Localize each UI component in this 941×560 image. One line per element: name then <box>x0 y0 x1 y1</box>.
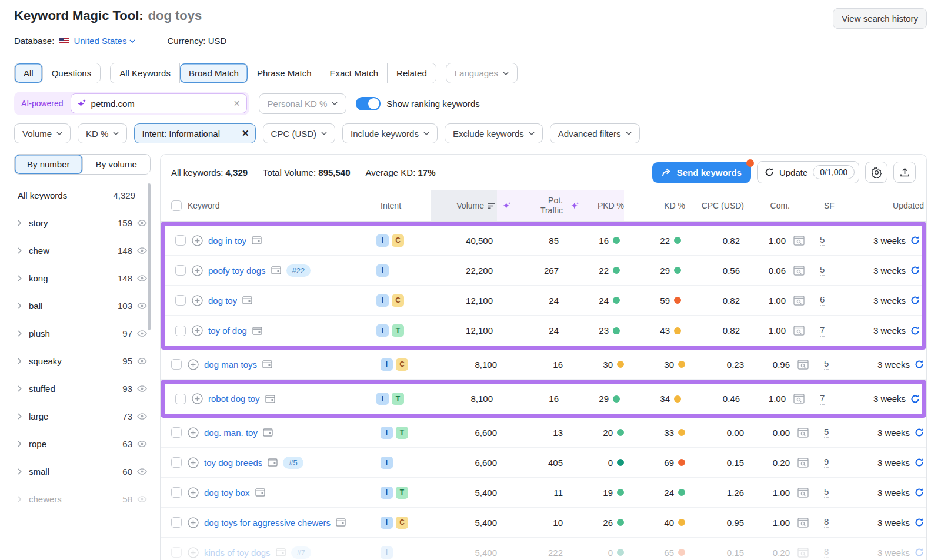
eye-icon[interactable] <box>137 220 147 226</box>
keyword-overview-icon[interactable] <box>255 488 265 497</box>
column-pkd[interactable]: PKD % <box>563 190 624 221</box>
column-sf[interactable]: SF <box>824 190 851 221</box>
keyword-link[interactable]: dog toys for aggressive chewers <box>204 518 331 528</box>
tab-phrase-match[interactable]: Phrase Match <box>248 63 321 83</box>
serp-preview-icon[interactable] <box>793 296 805 306</box>
eye-icon[interactable] <box>137 468 147 475</box>
tab-all-keywords[interactable]: All Keywords <box>111 63 180 83</box>
all-keywords-group[interactable]: All keywords 4,329 <box>14 182 151 209</box>
sf-count-link[interactable]: 5 <box>824 427 829 438</box>
sf-count-link[interactable]: 7 <box>820 325 825 337</box>
sf-count-link[interactable]: 5 <box>820 234 825 246</box>
keyword-link[interactable]: dog man toys <box>204 360 257 370</box>
sf-count-link[interactable]: 9 <box>824 457 829 468</box>
keyword-overview-icon[interactable] <box>242 296 252 304</box>
sf-count-link[interactable]: 6 <box>820 294 825 306</box>
sidebar-tab-by-number[interactable]: By number <box>15 155 83 174</box>
sidebar-group-rope[interactable]: rope63 <box>14 430 151 458</box>
filter-include-keywords[interactable]: Include keywords <box>342 123 438 143</box>
refresh-metrics-icon[interactable] <box>915 548 924 557</box>
eye-icon[interactable] <box>137 358 147 364</box>
sidebar-group-ball[interactable]: ball103 <box>14 292 151 320</box>
sidebar-group-chew[interactable]: chew148 <box>14 237 151 264</box>
sidebar-group-stuffed[interactable]: stuffed93 <box>14 375 151 403</box>
add-keyword-icon[interactable] <box>188 517 199 528</box>
add-keyword-icon[interactable] <box>188 487 199 498</box>
sidebar-group-plush[interactable]: plush97 <box>14 320 151 347</box>
serp-preview-icon[interactable] <box>793 236 805 246</box>
eye-icon[interactable] <box>137 441 147 447</box>
keyword-overview-icon[interactable] <box>265 395 275 403</box>
add-keyword-icon[interactable] <box>188 547 199 558</box>
keyword-link[interactable]: poofy toy dogs <box>208 266 266 276</box>
row-checkbox[interactable] <box>171 547 182 558</box>
add-keyword-icon[interactable] <box>192 393 203 404</box>
add-keyword-icon[interactable] <box>192 235 203 246</box>
keyword-link[interactable]: kinds of toy dogs <box>204 548 271 558</box>
tab-related[interactable]: Related <box>388 63 436 83</box>
export-button[interactable] <box>893 162 916 183</box>
sidebar-group-small[interactable]: small60 <box>14 458 151 485</box>
keyword-link[interactable]: dog toy box <box>204 488 250 498</box>
refresh-metrics-icon[interactable] <box>910 296 920 305</box>
serp-preview-icon[interactable] <box>797 518 809 528</box>
add-keyword-icon[interactable] <box>192 265 203 276</box>
column-intent[interactable]: Intent <box>381 190 431 221</box>
sidebar-group-large[interactable]: large73 <box>14 403 151 430</box>
personal-kd-dropdown[interactable]: Personal KD % <box>259 93 347 114</box>
filter-kd[interactable]: KD % <box>78 123 127 143</box>
serp-preview-icon[interactable] <box>793 266 805 276</box>
serp-preview-icon[interactable] <box>797 458 809 468</box>
show-ranking-keywords-toggle[interactable] <box>356 97 381 110</box>
refresh-metrics-icon[interactable] <box>910 326 920 336</box>
tab-broad-match[interactable]: Broad Match <box>180 63 248 83</box>
filter-volume[interactable]: Volume <box>14 123 71 143</box>
keyword-link[interactable]: robot dog toy <box>208 394 260 404</box>
sidebar-scrollbar-thumb[interactable] <box>148 183 151 330</box>
refresh-metrics-icon[interactable] <box>915 428 924 437</box>
column-pot-traffic[interactable]: Pot. Traffic <box>497 190 563 221</box>
column-updated[interactable]: Updated <box>851 190 926 221</box>
sidebar-group-story[interactable]: story159 <box>14 209 151 237</box>
keyword-link[interactable]: toy of dog <box>208 326 247 336</box>
keyword-link[interactable]: dog. man. toy <box>204 428 258 438</box>
row-checkbox[interactable] <box>171 457 182 468</box>
remove-filter-icon[interactable]: ✕ <box>236 128 255 139</box>
serp-preview-icon[interactable] <box>797 360 809 370</box>
row-checkbox[interactable] <box>171 487 182 498</box>
keyword-link[interactable]: toy dog breeds <box>204 458 262 468</box>
domain-input[interactable]: petmd.com ✕ <box>71 93 247 113</box>
refresh-metrics-icon[interactable] <box>915 518 924 527</box>
row-checkbox[interactable] <box>175 295 186 306</box>
refresh-metrics-icon[interactable] <box>910 266 920 275</box>
column-com[interactable]: Com. <box>744 190 790 221</box>
eye-icon[interactable] <box>137 413 147 420</box>
column-cpc[interactable]: CPC (USD) <box>685 190 744 221</box>
row-checkbox[interactable] <box>175 326 186 336</box>
refresh-metrics-icon[interactable] <box>910 236 920 245</box>
keyword-overview-icon[interactable] <box>336 518 346 527</box>
add-keyword-icon[interactable] <box>192 295 203 306</box>
keyword-overview-icon[interactable] <box>268 458 278 467</box>
eye-icon[interactable] <box>137 496 147 502</box>
sidebar-group-squeaky[interactable]: squeaky95 <box>14 347 151 375</box>
settings-button[interactable] <box>865 162 887 183</box>
filter-cpc-usd[interactable]: CPC (USD) <box>263 123 336 143</box>
refresh-metrics-icon[interactable] <box>915 488 924 497</box>
filter-intent-informational[interactable]: Intent: Informational✕ <box>134 123 255 143</box>
serp-preview-icon[interactable] <box>797 428 809 438</box>
add-keyword-icon[interactable] <box>188 359 199 370</box>
keyword-link[interactable]: dog toy <box>208 296 237 306</box>
row-checkbox[interactable] <box>175 265 186 276</box>
keyword-overview-icon[interactable] <box>276 548 286 556</box>
keyword-overview-icon[interactable] <box>263 428 273 437</box>
sf-count-link[interactable]: 5 <box>824 487 829 498</box>
keyword-overview-icon[interactable] <box>262 360 272 368</box>
languages-dropdown[interactable]: Languages <box>446 63 518 83</box>
eye-icon[interactable] <box>137 385 147 392</box>
update-button[interactable]: Update 0/1,000 <box>757 161 859 183</box>
serp-preview-icon[interactable] <box>793 394 805 404</box>
column-keyword[interactable]: Keyword <box>188 190 381 221</box>
column-volume[interactable]: Volume <box>431 190 497 221</box>
add-keyword-icon[interactable] <box>188 457 199 468</box>
